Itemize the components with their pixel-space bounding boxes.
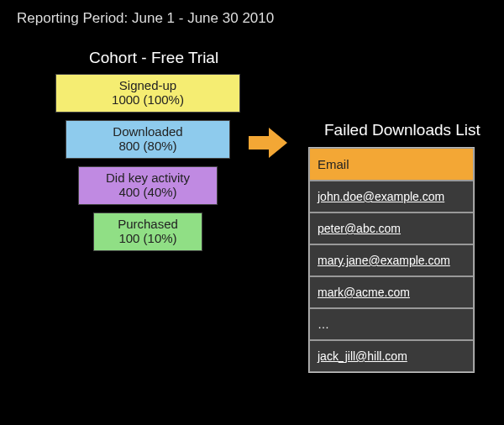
funnel-bar-value: 800 (80%) [66,139,229,153]
reporting-period: Reporting Period: June 1 - June 30 2010 [17,10,274,27]
funnel-bar-label: Downloaded [66,124,229,139]
funnel-bar-label: Did key activity [79,171,217,185]
funnel-bar-label: Purchased [94,217,202,231]
funnel-bar-value: 100 (10%) [94,231,202,245]
failed-downloads-table: Email john.doe@example.competer@abc.comm… [308,147,475,373]
email-link[interactable]: john.doe@example.com [318,190,444,203]
funnel-bar: Downloaded800 (80%) [66,120,230,159]
email-link[interactable]: peter@abc.com [318,222,401,235]
email-link[interactable]: jack_jill@hill.com [318,349,407,363]
table-row: john.doe@example.com [309,181,474,212]
arrow-icon [249,126,289,160]
funnel-bar: Did key activity400 (40%) [78,166,218,205]
funnel-bar-label: Signed-up [56,78,239,92]
table-row: jack_jill@hill.com [309,340,474,372]
ellipsis: … [318,317,329,331]
table-row: mary.jane@example.com [309,244,474,276]
table-row: … [309,308,474,340]
funnel-bar-value: 1000 (100%) [56,92,239,107]
table-header: Email [309,148,474,181]
email-link[interactable]: mary.jane@example.com [318,254,450,267]
funnel-bar-value: 400 (40%) [79,185,217,199]
email-link[interactable]: mark@acme.com [318,286,410,299]
funnel-bar: Signed-up1000 (100%) [55,74,240,113]
table-row: peter@abc.com [309,212,474,244]
svg-marker-0 [249,128,287,158]
failed-list-title: Failed Downloads List [324,121,480,139]
table-row: mark@acme.com [309,276,474,308]
cohort-title: Cohort - Free Trial [89,49,218,67]
funnel-bar: Purchased100 (10%) [93,212,202,251]
